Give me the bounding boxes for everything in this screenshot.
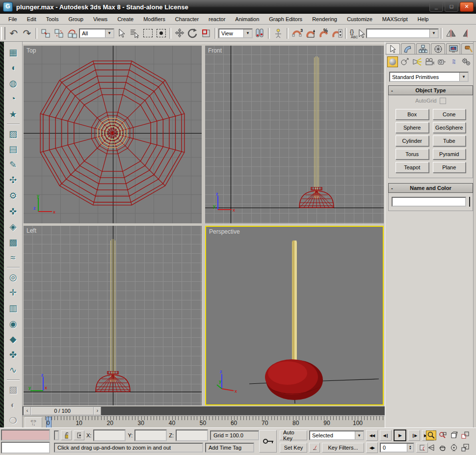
select-object-icon[interactable]	[115, 27, 128, 40]
reactor-point-point-constraint-icon[interactable]: ◉	[6, 318, 20, 330]
select-and-link-icon[interactable]	[39, 27, 52, 40]
window-crossing-toggle-icon[interactable]	[155, 27, 167, 40]
rollout-collapse-icon[interactable]: -	[391, 87, 393, 93]
menu-reactor[interactable]: reactor	[204, 15, 230, 23]
previous-frame-icon[interactable]: ◀❙	[380, 430, 392, 441]
key-mode-toggle-icon[interactable]: ◀▶	[366, 442, 378, 453]
tab-create[interactable]	[386, 43, 400, 54]
maxscript-listener-box[interactable]	[1, 442, 50, 454]
set-key-mode-icon[interactable]	[259, 430, 277, 453]
helpers-category-icon[interactable]	[436, 56, 447, 67]
menu-tools[interactable]: Tools	[42, 15, 63, 23]
menu-character[interactable]: Character	[171, 15, 203, 23]
absolute-offset-toggle-icon[interactable]	[74, 430, 84, 440]
menu-views[interactable]: Views	[89, 15, 112, 23]
object-type-rollout-header[interactable]: - Object Type	[388, 85, 473, 95]
viewport-front-label[interactable]: Front	[208, 47, 222, 54]
time-slider-next-icon[interactable]: ›	[94, 407, 101, 415]
macro-recorder-box[interactable]	[1, 429, 50, 441]
geosphere-button[interactable]: GeoSphere	[433, 122, 466, 133]
zoom-extents-all-icon[interactable]	[460, 430, 470, 440]
reactor-spring-icon[interactable]: ▤	[6, 143, 20, 156]
space-warps-category-icon[interactable]: ≈≈	[449, 56, 459, 67]
reactor-water-icon[interactable]: ≈	[6, 252, 20, 265]
viewport-left-label[interactable]: Left	[26, 227, 36, 234]
reactor-linear-dashpot-icon[interactable]: ✎	[6, 159, 20, 171]
rectangular-selection-region-icon[interactable]	[141, 27, 154, 40]
select-and-scale-icon[interactable]	[200, 27, 212, 40]
reactor-ragdoll-constraint-icon[interactable]: ✛	[6, 287, 20, 299]
add-time-tag[interactable]: Add Time Tag	[205, 443, 254, 453]
default-in-out-tangents-icon[interactable]	[309, 443, 320, 453]
reactor-soft-body-collection-icon[interactable]: ◍	[6, 77, 20, 90]
select-and-rotate-icon[interactable]	[186, 27, 199, 40]
dropdown-arrow-icon[interactable]: ▼	[105, 29, 113, 37]
minimize-button[interactable]: _	[429, 2, 443, 12]
time-slider[interactable]: 0 / 100	[31, 407, 94, 415]
reactor-fracture-icon[interactable]: ▩	[6, 236, 20, 249]
dropdown-arrow-icon[interactable]: ▼	[243, 29, 252, 37]
unlink-selection-icon[interactable]	[53, 27, 65, 40]
lights-category-icon[interactable]	[412, 56, 423, 67]
tube-button[interactable]: Tube	[433, 135, 466, 146]
play-icon[interactable]: ▶	[394, 429, 406, 441]
zoom-extents-icon[interactable]	[449, 430, 459, 440]
viewport-perspective[interactable]: Perspective z x y	[205, 226, 384, 405]
viewport-perspective-label[interactable]: Perspective	[209, 228, 240, 235]
reactor-prismatic-constraint-icon[interactable]: ◆	[6, 333, 20, 346]
reactor-rope-modifier-icon[interactable]: ❍	[6, 414, 20, 427]
primitives-dropdown[interactable]: Standard Primitives▼	[389, 72, 469, 82]
menu-maxscript[interactable]: MAXScript	[378, 15, 412, 23]
reactor-constraint-solver-icon[interactable]: ◎	[6, 271, 20, 284]
next-frame-icon[interactable]: ❙▶	[408, 430, 420, 441]
percent-snap-toggle-icon[interactable]: %	[317, 27, 330, 40]
rollout-collapse-icon[interactable]: -	[391, 185, 393, 191]
tab-motion[interactable]	[431, 43, 445, 54]
menu-help[interactable]: Help	[413, 15, 433, 23]
reactor-wind-icon[interactable]: ✜	[6, 205, 20, 218]
y-coordinate-field[interactable]	[134, 429, 167, 441]
reactor-deforming-mesh-icon[interactable]: ★	[6, 108, 20, 121]
selection-set-dropdown[interactable]: Selected▼	[309, 430, 364, 440]
pan-view-icon[interactable]	[437, 443, 448, 453]
reference-coordinate-dropdown[interactable]: View▼	[218, 28, 253, 38]
zoom-icon[interactable]	[426, 430, 436, 440]
object-color-swatch[interactable]	[469, 197, 470, 207]
set-key-button[interactable]: Set Key	[280, 443, 307, 453]
current-frame-field[interactable]: 0 ▲▼	[380, 443, 414, 453]
box-button[interactable]: Box	[396, 109, 429, 120]
use-pivot-point-icon[interactable]	[253, 27, 266, 40]
cylinder-button[interactable]: Cylinder	[396, 135, 429, 146]
reactor-toy-car-icon[interactable]: ◈	[6, 220, 20, 233]
autogrid-checkbox[interactable]	[440, 98, 446, 104]
reactor-cloth-modifier-icon[interactable]: ▧	[6, 383, 20, 396]
arc-rotate-icon[interactable]	[449, 443, 459, 453]
command-panel-scrollbar[interactable]	[473, 42, 476, 428]
mirror-icon[interactable]	[445, 27, 457, 40]
reactor-point-path-constraint-icon[interactable]: ∿	[6, 364, 20, 377]
reactor-motor-icon[interactable]: ⚙	[6, 189, 20, 202]
menu-create[interactable]: Create	[113, 15, 138, 23]
select-by-name-icon[interactable]	[128, 27, 141, 40]
plane-button[interactable]: Plane	[433, 162, 466, 173]
auto-key-button[interactable]: Auto Key	[280, 430, 307, 440]
selection-lock-icon[interactable]	[61, 430, 72, 440]
cone-button[interactable]: Cone	[433, 109, 466, 120]
field-of-view-icon[interactable]	[426, 443, 436, 453]
menu-file[interactable]: File	[4, 15, 22, 23]
tab-modify[interactable]	[401, 43, 415, 54]
toolbar-grip[interactable]	[1, 27, 5, 40]
select-and-move-icon[interactable]	[173, 27, 186, 40]
named-selection-dropdown[interactable]: ▼	[366, 28, 439, 38]
reactor-car-wheel-constraint-icon[interactable]: ✤	[6, 348, 20, 361]
shapes-category-icon[interactable]	[399, 56, 410, 67]
reactor-rigid-body-collection-icon[interactable]: ▦	[6, 46, 20, 59]
menu-graph-editors[interactable]: Graph Editors	[264, 15, 307, 23]
dropdown-arrow-icon[interactable]: ▼	[429, 29, 438, 37]
go-to-start-icon[interactable]: ◀◀	[366, 430, 378, 441]
reactor-cloth-collection-icon[interactable]: ◖	[6, 62, 20, 75]
close-button[interactable]: ✕	[460, 2, 474, 12]
bind-to-space-warp-icon[interactable]	[66, 27, 79, 40]
menu-customize[interactable]: Customize	[343, 15, 377, 23]
geometry-category-icon[interactable]	[387, 56, 398, 67]
